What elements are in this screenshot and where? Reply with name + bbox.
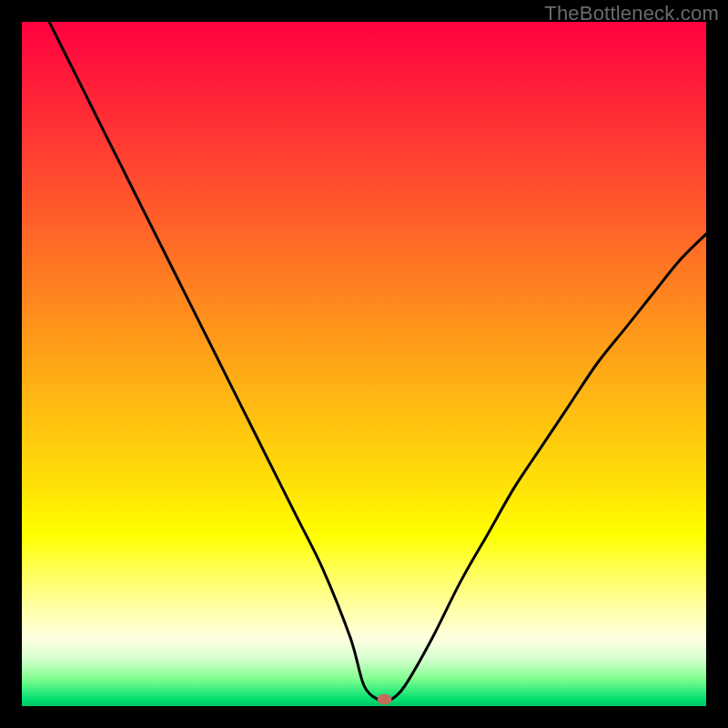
- chart-frame: TheBottleneck.com: [0, 0, 728, 728]
- bottleneck-curve-path: [49, 22, 706, 701]
- optimal-marker: [378, 694, 392, 705]
- curve-svg: [22, 22, 706, 706]
- gradient-plot-area: [22, 22, 706, 706]
